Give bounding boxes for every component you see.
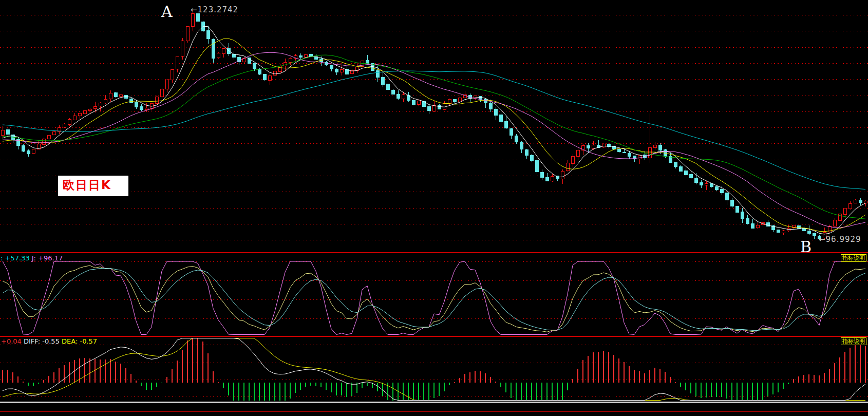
chart-canvas[interactable]	[0, 0, 868, 416]
high-price-annotation: ←123.2742	[191, 6, 238, 14]
macd-dea-value: DEA: -0.57	[60, 337, 97, 345]
macd-bar-value: +0.04	[1, 337, 22, 345]
kdj-indicator-help-button[interactable]: 指标说明	[841, 254, 866, 262]
kdj-j-value: J: +96.17	[30, 254, 63, 262]
point-b-label: B	[800, 239, 812, 255]
symbol-label-box: 欧日日K	[58, 176, 128, 196]
low-price-annotation: ←96.9929	[819, 236, 861, 243]
kdj-panel-header: : +57.33 J: +96.17	[1, 255, 63, 261]
symbol-label: 欧日日K	[58, 176, 128, 192]
macd-panel-header: +0.04 DIFF: -0.55 DEA: -0.57	[1, 338, 97, 345]
macd-indicator-help-button[interactable]: 指标说明	[841, 337, 866, 345]
macd-diff-value: DIFF: -0.55	[22, 337, 60, 345]
trading-chart-window: A ←123.2742 欧日日K B ←96.9929 : +57.33 J: …	[0, 0, 868, 416]
kdj-d-value: : +57.33	[1, 254, 30, 262]
point-a-label: A	[161, 4, 173, 20]
